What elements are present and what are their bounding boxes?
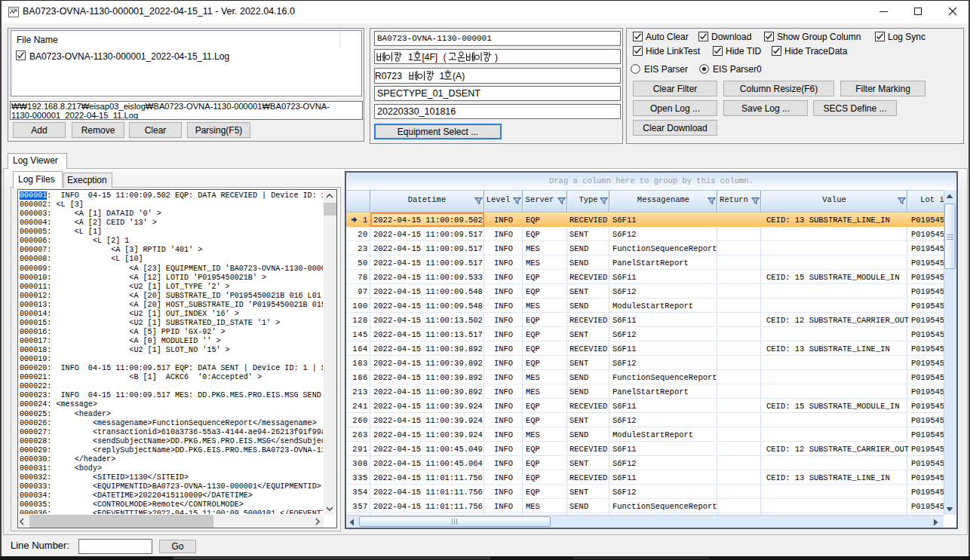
svg-text:1: 1 bbox=[440, 71, 445, 81]
svg-text:1: 1 bbox=[408, 52, 413, 63]
svg-text:(A): (A) bbox=[453, 71, 465, 81]
svg-text:R0723: R0723 bbox=[375, 71, 402, 81]
svg-text:(: ( bbox=[444, 52, 447, 63]
svg-text:): ) bbox=[495, 52, 498, 63]
svg-text:[4F]: [4F] bbox=[422, 52, 438, 63]
